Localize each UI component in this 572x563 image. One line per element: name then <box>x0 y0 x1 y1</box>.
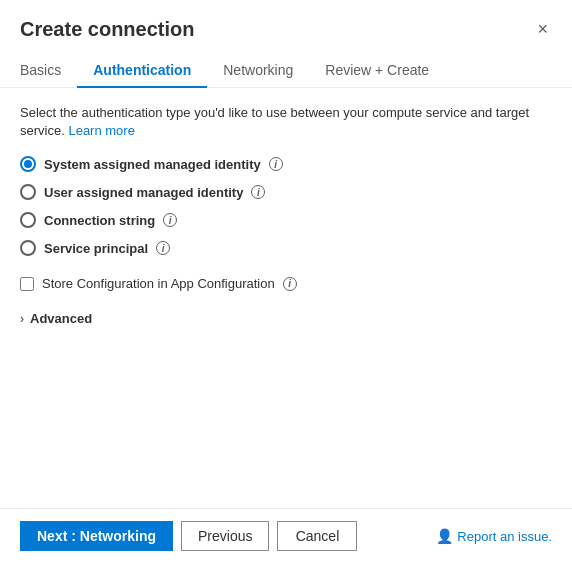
chevron-right-icon: › <box>20 312 24 326</box>
store-config-label: Store Configuration in App Configuration <box>42 276 275 291</box>
store-config-info-icon[interactable]: i <box>283 277 297 291</box>
advanced-label: Advanced <box>30 311 92 326</box>
report-issue-link[interactable]: 👤 Report an issue. <box>436 528 552 544</box>
report-issue-label: Report an issue. <box>457 529 552 544</box>
radio-service-principal[interactable]: Service principal i <box>20 240 552 256</box>
service-principal-info-icon[interactable]: i <box>156 241 170 255</box>
close-button[interactable]: × <box>533 16 552 42</box>
tab-review-create[interactable]: Review + Create <box>309 54 445 88</box>
radio-service-principal-label: Service principal <box>44 241 148 256</box>
radio-system-assigned[interactable]: System assigned managed identity i <box>20 156 552 172</box>
dialog-header: Create connection × <box>0 0 572 50</box>
radio-system-assigned-input[interactable] <box>20 156 36 172</box>
radio-user-assigned-label: User assigned managed identity <box>44 185 243 200</box>
system-assigned-info-icon[interactable]: i <box>269 157 283 171</box>
radio-connection-string-input[interactable] <box>20 212 36 228</box>
next-button[interactable]: Next : Networking <box>20 521 173 551</box>
tab-bar: Basics Authentication Networking Review … <box>0 54 572 88</box>
tab-basics[interactable]: Basics <box>20 54 77 88</box>
dialog-footer: Next : Networking Previous Cancel 👤 Repo… <box>0 508 572 563</box>
radio-connection-string[interactable]: Connection string i <box>20 212 552 228</box>
dialog-content: Select the authentication type you'd lik… <box>0 88 572 508</box>
create-connection-dialog: Create connection × Basics Authenticatio… <box>0 0 572 563</box>
tab-networking[interactable]: Networking <box>207 54 309 88</box>
cancel-button[interactable]: Cancel <box>277 521 357 551</box>
dialog-title: Create connection <box>20 18 194 41</box>
description-text: Select the authentication type you'd lik… <box>20 104 552 140</box>
radio-system-assigned-label: System assigned managed identity <box>44 157 261 172</box>
radio-user-assigned-input[interactable] <box>20 184 36 200</box>
auth-type-radio-group: System assigned managed identity i User … <box>20 156 552 256</box>
radio-connection-string-label: Connection string <box>44 213 155 228</box>
previous-button[interactable]: Previous <box>181 521 269 551</box>
user-assigned-info-icon[interactable]: i <box>251 185 265 199</box>
report-icon: 👤 <box>436 528 453 544</box>
learn-more-link[interactable]: Learn more <box>68 123 134 138</box>
store-config-section: Store Configuration in App Configuration… <box>20 276 552 291</box>
tab-authentication[interactable]: Authentication <box>77 54 207 88</box>
store-config-checkbox[interactable] <box>20 277 34 291</box>
connection-string-info-icon[interactable]: i <box>163 213 177 227</box>
radio-service-principal-input[interactable] <box>20 240 36 256</box>
radio-user-assigned[interactable]: User assigned managed identity i <box>20 184 552 200</box>
advanced-section[interactable]: › Advanced <box>20 311 552 326</box>
